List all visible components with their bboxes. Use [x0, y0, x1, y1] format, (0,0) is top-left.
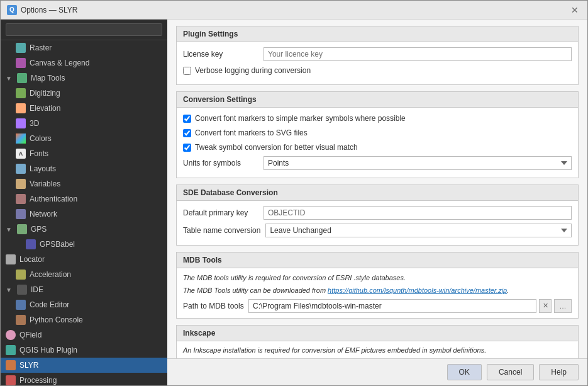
mdb-tools-header: MDB Tools — [177, 253, 578, 268]
sidebar-item-canvas[interactable]: Canvas & Legend — [1, 55, 167, 71]
sde-body: Default primary key Table name conversio… — [177, 201, 578, 245]
sidebar-item-elevation[interactable]: Elevation — [1, 101, 167, 116]
mdb-tools-body: The MDB tools utility is required for co… — [177, 268, 578, 318]
close-button[interactable]: ✕ — [569, 4, 581, 16]
bottom-bar: OK Cancel Help — [167, 358, 587, 385]
sidebar-item-slyr-label: SLYR — [19, 361, 38, 370]
code-editor-icon — [16, 300, 26, 310]
sidebar-item-fonts-label: Fonts — [30, 149, 48, 158]
primary-key-row: Default primary key — [183, 206, 572, 220]
python-console-icon — [16, 315, 26, 325]
sidebar-item-3d-label: 3D — [30, 119, 39, 128]
variables-icon — [16, 179, 26, 189]
sidebar-item-authentication[interactable]: Authentication — [1, 191, 167, 207]
sidebar-item-colors-label: Colors — [30, 134, 52, 143]
sidebar-item-layouts-label: Layouts — [30, 164, 56, 173]
qgis-hub-icon — [6, 345, 16, 355]
fonts-icon: A — [16, 149, 26, 159]
gpsbabel-icon — [26, 239, 36, 249]
ide-arrow: ▼ — [6, 287, 12, 293]
gps-arrow: ▼ — [6, 226, 12, 233]
sidebar-item-network-label: Network — [30, 210, 57, 219]
sidebar-item-fonts[interactable]: A Fonts — [1, 146, 167, 161]
license-key-row: License key — [183, 47, 572, 61]
sde-section: SDE Database Conversion Default primary … — [176, 184, 579, 246]
mdb-tools-section: MDB Tools The MDB tools utility is requi… — [176, 252, 579, 319]
primary-key-label: Default primary key — [183, 208, 258, 217]
sidebar-item-gps[interactable]: ▼ GPS — [1, 222, 167, 237]
sidebar-item-code-editor[interactable]: Code Editor — [1, 297, 167, 312]
sidebar-item-code-editor-label: Code Editor — [30, 300, 69, 309]
units-select[interactable]: Points Millimeters Pixels Inches — [263, 156, 572, 170]
mdb-path-row: Path to MDB tools ✕ … — [183, 299, 572, 313]
sidebar-item-raster[interactable]: Raster — [1, 40, 167, 55]
sidebar-item-python-console-label: Python Console — [30, 315, 83, 324]
main-content: Raster Canvas & Legend ▼ Map Tools Digit… — [1, 20, 587, 385]
license-key-input[interactable] — [263, 47, 572, 61]
map-tools-arrow: ▼ — [6, 75, 12, 82]
sidebar-item-locator[interactable]: Locator — [1, 252, 167, 267]
colors-icon — [16, 133, 26, 144]
sidebar-list: Raster Canvas & Legend ▼ Map Tools Digit… — [1, 40, 167, 385]
options-window: Q Options — SLYR ✕ Raster Canvas & Legen… — [0, 0, 588, 386]
map-tools-icon — [17, 73, 27, 83]
convert-font-svg-label: Convert font markers to SVG files — [195, 128, 308, 137]
mdb-download-link[interactable]: https://github.com/lsqunth/mdbtools-win/… — [328, 287, 507, 294]
sidebar-item-network[interactable]: Network — [1, 207, 167, 222]
convert-font-markers-checkbox[interactable] — [183, 115, 191, 123]
sidebar-item-qfield-label: QField — [19, 331, 42, 339]
sidebar-item-gpsbabel[interactable]: GPSBabel — [1, 237, 167, 252]
sidebar-item-slyr[interactable]: SLYR — [1, 358, 167, 373]
sidebar-item-gpsbabel-label: GPSBabel — [40, 240, 75, 249]
tweak-symbol-checkbox[interactable] — [183, 144, 191, 152]
mdb-path-input[interactable] — [248, 299, 536, 313]
sidebar-item-qgis-hub-label: QGIS Hub Plugin — [19, 346, 77, 355]
verbose-logging-checkbox[interactable] — [183, 67, 191, 75]
table-name-label: Table name conversion — [183, 226, 260, 235]
sidebar-item-acceleration-label: Acceleration — [30, 270, 71, 279]
conversion-settings-body: Convert font markers to simple marker sy… — [177, 108, 578, 178]
ide-icon — [17, 285, 27, 295]
sidebar-item-processing[interactable]: Processing — [1, 373, 167, 385]
layouts-icon — [16, 164, 26, 174]
sidebar-item-digitizing-label: Digitizing — [30, 89, 60, 98]
sidebar-item-digitizing[interactable]: Digitizing — [1, 86, 167, 101]
digitizing-icon — [16, 88, 26, 98]
sidebar-item-colors[interactable]: Colors — [1, 131, 167, 146]
plugin-settings-body: License key Verbose logging during conve… — [177, 42, 578, 84]
sidebar-item-variables-label: Variables — [30, 179, 60, 188]
mdb-description2: The MDB Tools utility can be downloaded … — [183, 286, 572, 295]
plugin-settings-section: Plugin Settings License key Verbose logg… — [176, 26, 579, 85]
help-button[interactable]: Help — [539, 364, 579, 380]
gps-icon — [17, 224, 27, 234]
sidebar-item-locator-label: Locator — [19, 255, 45, 264]
sidebar-item-qgis-hub[interactable]: QGIS Hub Plugin — [1, 343, 167, 358]
mdb-path-clear-button[interactable]: ✕ — [539, 299, 552, 313]
sidebar-item-elevation-label: Elevation — [30, 104, 60, 113]
search-input[interactable] — [6, 23, 162, 36]
right-panel: Plugin Settings License key Verbose logg… — [167, 20, 587, 385]
sidebar-item-python-console[interactable]: Python Console — [1, 312, 167, 327]
cancel-button[interactable]: Cancel — [487, 364, 534, 380]
network-icon — [16, 209, 26, 219]
mdb-path-browse-button[interactable]: … — [554, 299, 572, 313]
3d-icon — [16, 118, 26, 128]
table-name-select[interactable]: Leave Unchanged Lowercase Uppercase — [265, 224, 572, 237]
raster-icon — [16, 43, 26, 53]
sidebar-item-variables[interactable]: Variables — [1, 176, 167, 191]
sidebar-item-ide[interactable]: ▼ IDE — [1, 282, 167, 297]
verbose-logging-label: Verbose logging during conversion — [195, 66, 311, 75]
sidebar-item-qfield[interactable]: QField — [1, 327, 167, 343]
convert-font-markers-label: Convert font markers to simple marker sy… — [195, 114, 406, 123]
convert-font-svg-checkbox[interactable] — [183, 129, 191, 137]
ok-button[interactable]: OK — [447, 364, 482, 380]
sidebar-item-3d[interactable]: 3D — [1, 116, 167, 131]
sde-header: SDE Database Conversion — [177, 185, 578, 201]
sidebar-item-auth-label: Authentication — [30, 195, 77, 203]
sidebar-item-layouts[interactable]: Layouts — [1, 161, 167, 176]
sidebar-item-map-tools[interactable]: ▼ Map Tools — [1, 71, 167, 86]
sidebar-item-acceleration[interactable]: Acceleration — [1, 267, 167, 282]
tweak-symbol-row: Tweak symbol conversion for better visua… — [183, 142, 572, 153]
sidebar-item-canvas-label: Canvas & Legend — [30, 59, 89, 67]
primary-key-input[interactable] — [263, 206, 572, 220]
